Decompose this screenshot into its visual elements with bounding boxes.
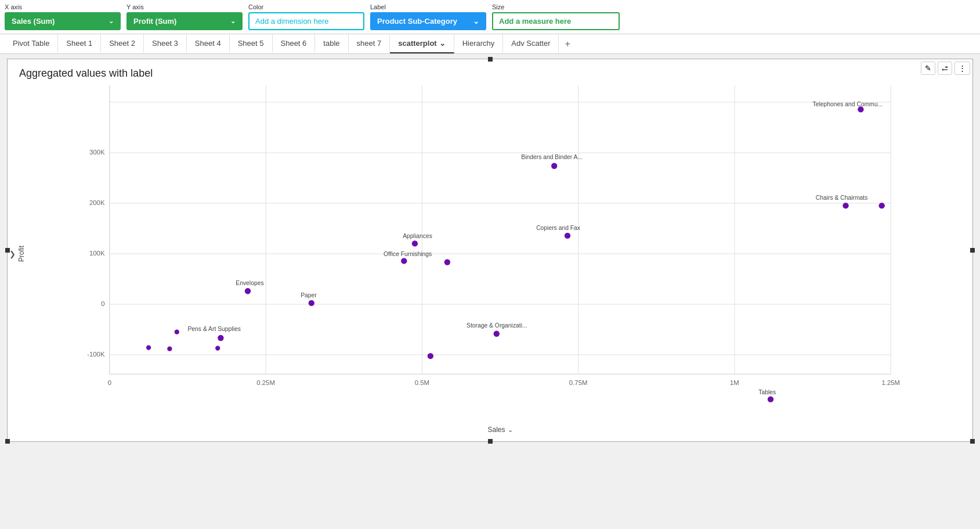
size-shelf: Size Add a measure here (492, 3, 620, 30)
tab-adv-scatter[interactable]: Adv Scatter (503, 34, 559, 53)
data-point[interactable] (175, 330, 179, 334)
chevron-down-icon: ⌄ (230, 17, 236, 25)
tabs-bar: Pivot Table Sheet 1 Sheet 2 Sheet 3 Shee… (0, 34, 980, 54)
svg-text:0.25M: 0.25M (256, 379, 275, 386)
svg-text:Telephones and Commu...: Telephones and Commu... (813, 101, 883, 107)
data-point[interactable] (401, 258, 407, 264)
tab-hierarchy[interactable]: Hierarchy (454, 34, 504, 53)
x-axis-label-text: Sales (487, 426, 505, 434)
label-shelf: Label Product Sub-Category ⌄ (370, 3, 486, 30)
data-point[interactable] (167, 347, 172, 351)
y-axis-label: Profit (17, 246, 26, 262)
x-axis-label: X axis (5, 3, 121, 10)
data-point[interactable] (146, 345, 151, 350)
data-point[interactable] (428, 353, 433, 359)
top-shelf: X axis Sales (Sum) ⌄ Y axis Profit (Sum)… (0, 0, 980, 34)
svg-text:Binders and Binder A...: Binders and Binder A... (521, 154, 583, 160)
svg-text:Envelopes: Envelopes (236, 280, 263, 286)
svg-text:Copiers and Fax: Copiers and Fax (536, 225, 581, 231)
tab-sheet7[interactable]: sheet 7 (349, 34, 390, 53)
tab-scatterplot[interactable]: scatterplot ⌄ (390, 34, 454, 53)
chevron-down-icon: ⌄ (473, 17, 479, 26)
svg-text:Appliances: Appliances (403, 233, 432, 239)
x-axis-label: Sales ⌄ (487, 426, 512, 434)
resize-handle-corner-bl[interactable] (5, 439, 10, 444)
svg-text:0: 0 (108, 379, 111, 386)
color-dropdown[interactable]: Add a dimension here (248, 12, 364, 30)
resize-handle-corner-br[interactable] (970, 439, 975, 444)
edit-chart-button[interactable]: ✎ (921, 62, 935, 75)
data-point[interactable] (245, 288, 251, 294)
x-axis-dropdown[interactable]: Sales (Sum) ⌄ (5, 12, 121, 30)
tab-sheet6[interactable]: Sheet 6 (273, 34, 316, 53)
svg-text:100K: 100K (89, 250, 105, 257)
scatterplot-svg: -100K 0 100K 200K 300K 0 0.25M 0.5M 0.75… (39, 85, 961, 422)
tab-table[interactable]: table (315, 34, 348, 53)
svg-text:200K: 200K (89, 199, 105, 206)
tab-pivot-table[interactable]: Pivot Table (5, 34, 58, 53)
svg-text:300K: 300K (89, 149, 105, 156)
data-point[interactable] (879, 203, 885, 208)
add-tab-button[interactable]: + (559, 35, 576, 53)
more-options-button[interactable]: ⋮ (954, 62, 970, 75)
tab-sheet1[interactable]: Sheet 1 (58, 34, 101, 53)
chart-container: ✎ ⥄ ⋮ Aggregated values with label Profi… (7, 59, 973, 442)
tab-sheet3[interactable]: Sheet 3 (144, 34, 187, 53)
y-axis-shelf: Y axis Profit (Sum) ⌄ (126, 3, 243, 30)
x-axis-shelf: X axis Sales (Sum) ⌄ (5, 3, 121, 30)
data-point[interactable] (444, 259, 450, 265)
color-placeholder: Add a dimension here (255, 17, 328, 26)
svg-text:Storage & Organizati...: Storage & Organizati... (467, 322, 527, 329)
svg-text:Tables: Tables (758, 389, 776, 395)
chevron-down-icon: ⌄ (439, 39, 446, 48)
chevron-down-icon: ⌄ (508, 426, 513, 434)
svg-text:Paper: Paper (301, 292, 317, 298)
svg-text:0: 0 (101, 300, 104, 307)
data-point[interactable] (768, 396, 773, 402)
size-placeholder: Add a measure here (499, 17, 571, 26)
svg-text:-100K: -100K (87, 351, 105, 358)
chart-title: Aggregated values with label (8, 59, 972, 80)
svg-text:0.5M: 0.5M (415, 379, 429, 386)
resize-handle-top[interactable] (488, 57, 493, 62)
data-point[interactable] (218, 335, 223, 341)
svg-text:1.25M: 1.25M (881, 379, 900, 386)
data-point[interactable] (842, 203, 848, 208)
chevron-down-icon: ⌄ (109, 17, 114, 25)
y-axis-dropdown[interactable]: Profit (Sum) ⌄ (126, 12, 243, 30)
data-point[interactable] (494, 331, 500, 337)
resize-handle-right[interactable] (970, 248, 975, 253)
svg-text:Pens & Art Supplies: Pens & Art Supplies (187, 326, 240, 332)
size-label: Size (492, 3, 620, 10)
color-label: Color (248, 3, 364, 10)
label-field-label: Label (370, 3, 486, 10)
label-dropdown[interactable]: Product Sub-Category ⌄ (370, 12, 486, 30)
y-axis-expand-button[interactable]: ❯ (9, 250, 16, 258)
resize-handle-left[interactable] (5, 248, 10, 253)
y-axis-label: Y axis (126, 3, 243, 10)
tab-sheet4[interactable]: Sheet 4 (187, 34, 230, 53)
data-point[interactable] (565, 233, 570, 239)
svg-text:1M: 1M (730, 379, 739, 386)
chart-toolbar: ✎ ⥄ ⋮ (921, 62, 970, 75)
resize-handle-bottom[interactable] (488, 439, 493, 444)
data-point[interactable] (412, 240, 418, 246)
data-point[interactable] (309, 300, 314, 306)
data-point[interactable] (551, 163, 557, 169)
label-value: Product Sub-Category (377, 17, 457, 26)
svg-text:Office Furnishings: Office Furnishings (384, 251, 432, 257)
svg-text:0.75M: 0.75M (569, 379, 588, 386)
tab-sheet5[interactable]: Sheet 5 (230, 34, 273, 53)
y-axis-value: Profit (Sum) (133, 17, 176, 26)
tab-sheet2[interactable]: Sheet 2 (101, 34, 144, 53)
svg-text:Chairs & Chairmats: Chairs & Chairmats (816, 195, 868, 201)
expand-chart-button[interactable]: ⥄ (938, 62, 952, 75)
color-shelf: Color Add a dimension here (248, 3, 364, 30)
x-axis-value: Sales (Sum) (12, 17, 55, 26)
data-point[interactable] (215, 346, 220, 350)
size-dropdown[interactable]: Add a measure here (492, 12, 620, 30)
